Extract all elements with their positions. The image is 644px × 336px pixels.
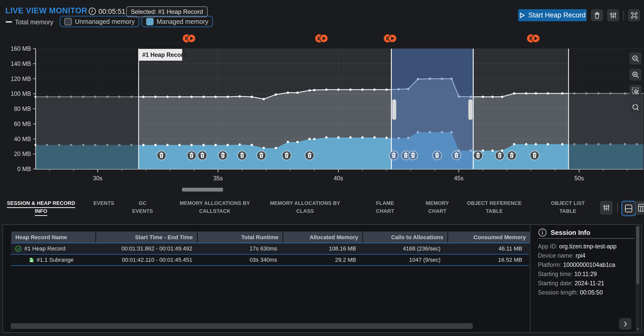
chart-horizontal-scrollbar[interactable] <box>182 188 223 192</box>
svg-text:60 MB: 60 MB <box>14 121 31 127</box>
session-info-list: App ID: org.tizen.tmp-test-app Device na… <box>538 242 617 297</box>
record-calls: 4168 (236/sec) <box>360 243 445 254</box>
col-allocated-memory[interactable]: Allocated Memory <box>283 232 362 243</box>
gc-trash-marker <box>452 151 461 160</box>
session-info-header: Session Info <box>538 228 590 237</box>
record-consumed: 16.52 MB <box>445 255 526 265</box>
gc-trash-marker <box>257 151 266 160</box>
tabbar-divider <box>617 203 618 213</box>
tab-flame-chart[interactable]: FLAME CHART <box>371 199 399 215</box>
svg-text:140 MB: 140 MB <box>11 60 31 67</box>
check-circle-icon <box>15 245 22 252</box>
record-time-range: 00:01:42.110 - 00:01:45.451 <box>96 255 196 265</box>
tab-memory-chart[interactable]: MEMORY CHART <box>422 199 453 215</box>
session-info-item: Platform: 10000000104ab1ca <box>538 260 617 269</box>
memory-timeline-chart[interactable]: #1 Heap Record0 MB20 MB40 MB60 MB80 MB10… <box>0 0 644 197</box>
gc-trash-marker <box>282 151 291 160</box>
reset-zoom-icon <box>632 103 639 111</box>
gc-trash-marker <box>187 151 196 160</box>
chevron-right-icon <box>622 321 629 327</box>
layout-split-horizontal-button[interactable] <box>621 201 636 216</box>
detail-panel: Heap Record Name Start Time - End Time T… <box>3 224 641 333</box>
session-info-item: Session length: 00:05:50 <box>538 288 617 297</box>
record-runtime: 17s 630ms <box>196 243 281 254</box>
col-start-end-time[interactable]: Start Time - End Time <box>96 232 197 243</box>
record-consumed: 46.11 MB <box>445 243 526 254</box>
gc-trash-marker <box>389 151 398 160</box>
record-name: #1.1 Subrange <box>37 257 74 263</box>
tab-gc-events[interactable]: GC EVENTS <box>128 199 157 215</box>
panel-divider <box>530 225 530 332</box>
svg-text:100 MB: 100 MB <box>11 90 31 97</box>
layout-grid-icon <box>638 203 644 212</box>
heap-record-table-header: Heap Record Name Start Time - End Time T… <box>11 232 530 243</box>
table-row-heap-record-1[interactable]: #1 Heap Record 00:01:31.862 - 00:01:49.4… <box>11 243 529 255</box>
svg-text:80 MB: 80 MB <box>14 106 31 112</box>
record-runtime: 03s 340ms <box>196 255 281 265</box>
gc-trash-marker <box>157 151 166 160</box>
svg-text:35s: 35s <box>213 175 223 182</box>
svg-text:0 MB: 0 MB <box>17 166 31 172</box>
table-horizontal-scrollbar[interactable] <box>11 323 473 329</box>
heap-record-table-body: #1 Heap Record 00:01:31.862 - 00:01:49.4… <box>11 243 529 266</box>
session-info-expand-button[interactable] <box>619 318 631 330</box>
info-icon <box>538 228 547 237</box>
zoom-out-icon <box>632 55 639 62</box>
svg-text:#1 Heap Record: #1 Heap Record <box>142 51 187 58</box>
svg-text:40 MB: 40 MB <box>14 136 31 142</box>
tab-events[interactable]: EVENTS <box>93 199 114 207</box>
session-info-item: Starting date: 2024-11-21 <box>538 279 617 288</box>
tab-object-reference-table[interactable]: OBJECT REFERENCE TABLE <box>464 199 525 215</box>
zoom-to-selection-button[interactable] <box>629 85 641 97</box>
session-info-item: Starting time: 10:11:29 <box>538 269 617 279</box>
gc-trash-marker <box>474 151 482 160</box>
svg-text:160 MB: 160 MB <box>11 45 31 52</box>
layout-grid-button[interactable] <box>635 201 644 215</box>
reset-zoom-button[interactable] <box>629 101 641 113</box>
layout-split-icon <box>625 204 633 213</box>
sliders-icon <box>603 204 610 211</box>
svg-text:45s: 45s <box>454 175 464 182</box>
session-info-title: Session Info <box>551 229 590 237</box>
zoom-out-button[interactable] <box>629 52 641 65</box>
session-info-divider <box>538 238 634 239</box>
svg-text:120 MB: 120 MB <box>11 76 31 82</box>
svg-text:20 MB: 20 MB <box>14 151 31 157</box>
zoom-in-button[interactable] <box>629 69 641 81</box>
live-view-monitor-window: LIVE VIEW MONITOR 00:05:51 Selected: #1 … <box>0 0 644 336</box>
scroll-down-arrow-icon[interactable] <box>636 327 640 331</box>
record-allocated: 29.2 MB <box>281 255 360 265</box>
gc-trash-marker <box>495 151 504 160</box>
zoom-selection-icon <box>632 87 639 95</box>
gc-trash-marker <box>218 151 227 160</box>
scrollbar-thumb[interactable] <box>636 226 639 284</box>
record-calls: 1047 (9/sec) <box>360 255 445 265</box>
col-heap-record-name[interactable]: Heap Record Name <box>11 232 95 243</box>
table-settings-button[interactable] <box>600 201 613 215</box>
col-consumed-memory[interactable]: Consumed Memory <box>448 232 530 243</box>
gc-trash-marker <box>507 151 516 160</box>
svg-text:50s: 50s <box>574 175 584 182</box>
record-event-marker <box>315 34 328 43</box>
subrange-save-icon <box>29 257 34 263</box>
record-allocated: 108.16 MB <box>281 243 360 254</box>
session-info-item: App ID: org.tizen.tmp-test-app <box>538 242 617 251</box>
record-time-range: 00:01:31.862 - 00:01:49.492 <box>96 243 196 254</box>
tab-session-heap-record-info[interactable]: SESSION & HEAP RECORD INFO <box>1 199 81 215</box>
gc-trash-marker <box>238 151 247 160</box>
col-calls-to-allocations[interactable]: Calls to Allocations <box>363 232 447 243</box>
tab-memory-allocations-by-class[interactable]: MEMORY ALLOCATIONS BY CLASS <box>265 199 345 215</box>
gc-trash-marker <box>305 151 314 160</box>
session-info-item: Device name: rpi4 <box>538 251 617 260</box>
gc-trash-marker <box>198 151 207 160</box>
session-info-scrollbar[interactable] <box>636 225 640 332</box>
gc-trash-marker <box>433 151 442 160</box>
tab-memory-allocations-by-callstack[interactable]: MEMORY ALLOCATIONS BY CALLSTACK <box>175 199 255 215</box>
tab-object-list-table[interactable]: OBJECT LIST TABLE <box>546 199 590 215</box>
record-event-marker <box>183 34 196 43</box>
gc-trash-marker <box>409 151 418 160</box>
record-event-marker <box>384 34 397 43</box>
col-total-runtime[interactable]: Total Runtime <box>198 232 283 243</box>
table-row-subrange-1-1[interactable]: #1.1 Subrange 00:01:42.110 - 00:01:45.45… <box>11 255 529 266</box>
svg-text:40s: 40s <box>334 175 343 182</box>
